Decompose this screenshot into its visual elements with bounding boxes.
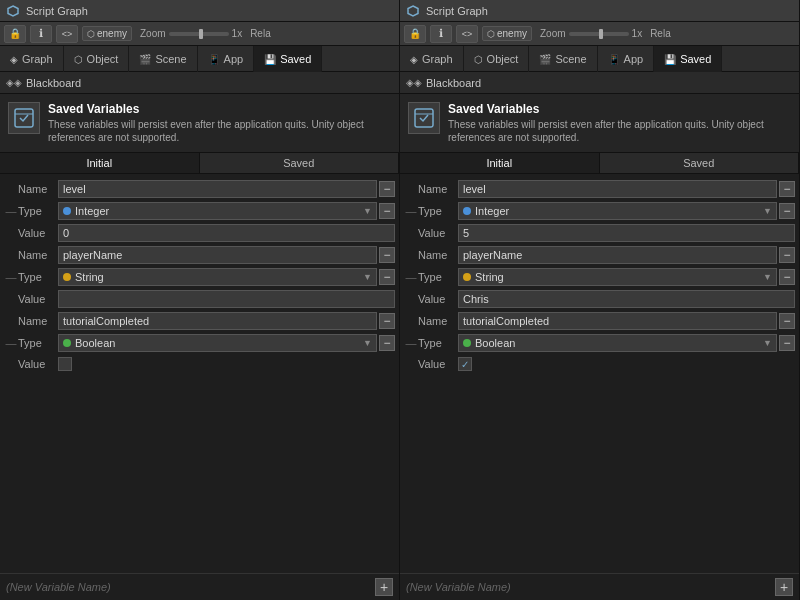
zoom-slider-right[interactable] <box>569 32 629 36</box>
var-remove2-level-left[interactable]: − <box>379 203 395 219</box>
dropdown-arrow-tut-type-left: ▼ <box>363 338 372 348</box>
sub-tab-saved-left[interactable]: Saved <box>200 153 400 173</box>
var-type-row-tutorial-right: — Type Boolean ▼ − <box>400 332 799 354</box>
zoom-slider-left[interactable] <box>169 32 229 36</box>
tab-scene-left[interactable]: 🎬 Scene <box>129 46 197 72</box>
var-remove2-level-right[interactable]: − <box>779 203 795 219</box>
toolbar-left: 🔒 ℹ <> ⬡ enemy Zoom 1x Rela <box>0 22 399 46</box>
sv-header-right: Saved Variables These variables will per… <box>400 94 799 153</box>
nav-tabs-left: ◈ Graph ⬡ Object 🎬 Scene 📱 App 💾 Saved <box>0 46 399 72</box>
enemy-tag-left[interactable]: ⬡ enemy <box>82 26 132 41</box>
var-name-row-level-left: Name − <box>0 178 399 200</box>
var-name-input-level-left[interactable] <box>58 180 377 198</box>
var-remove-playername-right[interactable]: − <box>779 247 795 263</box>
sv-header-left: Saved Variables These variables will per… <box>0 94 399 153</box>
breadcrumb-icon-left: ◈◈ <box>6 77 22 88</box>
add-var-btn-right[interactable]: + <box>775 578 793 596</box>
object-tab-icon-right: ⬡ <box>474 54 483 65</box>
var-value-checkbox-tutorial-left[interactable] <box>58 357 72 371</box>
var-type-dropdown-level-right[interactable]: Integer ▼ <box>458 202 777 220</box>
breadcrumb-icon-right: ◈◈ <box>406 77 422 88</box>
dropdown-arrow-level-type-right: ▼ <box>763 206 772 216</box>
var-type-dropdown-tutorial-right[interactable]: Boolean ▼ <box>458 334 777 352</box>
var-value-input-playername-right[interactable] <box>458 290 795 308</box>
var-name-input-tutorial-left[interactable] <box>58 312 377 330</box>
tab-object-left[interactable]: ⬡ Object <box>64 46 130 72</box>
var-group-level-right: Name − — Type Integer ▼ − <box>400 178 799 244</box>
var-value-row-playername-right: Value <box>400 288 799 310</box>
svg-rect-4 <box>415 109 433 127</box>
var-value-input-level-left[interactable] <box>58 224 395 242</box>
dropdown-arrow-tut-type-right: ▼ <box>763 338 772 348</box>
var-name-row-playername-right: Name − <box>400 244 799 266</box>
var-name-input-playername-left[interactable] <box>58 246 377 264</box>
variables-list-right: Name − — Type Integer ▼ − <box>400 174 799 573</box>
var-type-dropdown-level-left[interactable]: Integer ▼ <box>58 202 377 220</box>
add-var-btn-left[interactable]: + <box>375 578 393 596</box>
type-dot-string-right <box>463 273 471 281</box>
var-group-tutorial-left: Name − — Type Boolean ▼ − <box>0 310 399 374</box>
tab-graph-left[interactable]: ◈ Graph <box>0 46 64 72</box>
panel-left: Script Graph 🔒 ℹ <> ⬡ enemy Zoom 1x Rela <box>0 0 400 600</box>
var-name-row-playername-left: Name − <box>0 244 399 266</box>
var-name-row-tutorial-right: Name − <box>400 310 799 332</box>
var-remove2-playername-left[interactable]: − <box>379 269 395 285</box>
title-right: Script Graph <box>426 5 488 17</box>
breadcrumb-left: ◈◈ Blackboard <box>0 72 399 94</box>
svg-rect-1 <box>15 109 33 127</box>
sv-text-right: Saved Variables These variables will per… <box>448 102 791 144</box>
nav-tabs-right: ◈ Graph ⬡ Object 🎬 Scene 📱 App 💾 Saved <box>400 46 799 72</box>
var-remove2-tutorial-left[interactable]: − <box>379 335 395 351</box>
lock-btn-right[interactable]: 🔒 <box>404 25 426 43</box>
var-value-input-playername-left[interactable] <box>58 290 395 308</box>
sub-tab-initial-right[interactable]: Initial <box>400 153 600 173</box>
tab-graph-right[interactable]: ◈ Graph <box>400 46 464 72</box>
var-name-input-playername-right[interactable] <box>458 246 777 264</box>
scene-tab-icon-right: 🎬 <box>539 54 551 65</box>
var-type-row-level-left: — Type Integer ▼ − <box>0 200 399 222</box>
var-remove2-tutorial-right[interactable]: − <box>779 335 795 351</box>
var-group-level-left: Name − — Type Integer ▼ − <box>0 178 399 244</box>
tab-app-right[interactable]: 📱 App <box>598 46 655 72</box>
tab-saved-left[interactable]: 💾 Saved <box>254 46 322 72</box>
info-btn-left[interactable]: ℹ <box>30 25 52 43</box>
var-remove-level-right[interactable]: − <box>779 181 795 197</box>
tab-object-right[interactable]: ⬡ Object <box>464 46 530 72</box>
var-value-input-level-right[interactable] <box>458 224 795 242</box>
enemy-tag-right[interactable]: ⬡ enemy <box>482 26 532 41</box>
var-name-input-level-right[interactable] <box>458 180 777 198</box>
sub-tab-switcher-left: Initial Saved <box>0 153 399 174</box>
code-btn-left[interactable]: <> <box>56 25 78 43</box>
add-var-row-right: (New Variable Name) + <box>400 573 799 600</box>
var-name-input-tutorial-right[interactable] <box>458 312 777 330</box>
var-remove-playername-left[interactable]: − <box>379 247 395 263</box>
var-remove-tutorial-right[interactable]: − <box>779 313 795 329</box>
tab-scene-right[interactable]: 🎬 Scene <box>529 46 597 72</box>
tab-app-left[interactable]: 📱 App <box>198 46 255 72</box>
type-dot-string-left <box>63 273 71 281</box>
dropdown-arrow-level-type-left: ▼ <box>363 206 372 216</box>
var-remove-level-left[interactable]: − <box>379 181 395 197</box>
var-value-checkbox-tutorial-right[interactable]: ✓ <box>458 357 472 371</box>
var-value-row-playername-left: Value <box>0 288 399 310</box>
var-type-dropdown-tutorial-left[interactable]: Boolean ▼ <box>58 334 377 352</box>
lock-btn-left[interactable]: 🔒 <box>4 25 26 43</box>
saved-tab-icon-right: 💾 <box>664 54 676 65</box>
tab-saved-right[interactable]: 💾 Saved <box>654 46 722 72</box>
sub-tab-initial-left[interactable]: Initial <box>0 153 200 173</box>
sv-text-left: Saved Variables These variables will per… <box>48 102 391 144</box>
var-type-dropdown-playername-right[interactable]: String ▼ <box>458 268 777 286</box>
var-remove2-playername-right[interactable]: − <box>779 269 795 285</box>
title-bar-left: Script Graph <box>0 0 399 22</box>
panel-right: Script Graph 🔒 ℹ <> ⬡ enemy Zoom 1x Rela <box>400 0 800 600</box>
var-value-row-tutorial-right: Value ✓ <box>400 354 799 374</box>
var-type-dropdown-playername-left[interactable]: String ▼ <box>58 268 377 286</box>
sub-tab-saved-right[interactable]: Saved <box>600 153 800 173</box>
svg-marker-0 <box>8 6 18 16</box>
script-graph-icon-right <box>406 4 420 18</box>
info-btn-right[interactable]: ℹ <box>430 25 452 43</box>
zoom-control-left: Zoom 1x <box>140 28 242 39</box>
code-btn-right[interactable]: <> <box>456 25 478 43</box>
saved-tab-icon-left: 💾 <box>264 54 276 65</box>
var-remove-tutorial-left[interactable]: − <box>379 313 395 329</box>
